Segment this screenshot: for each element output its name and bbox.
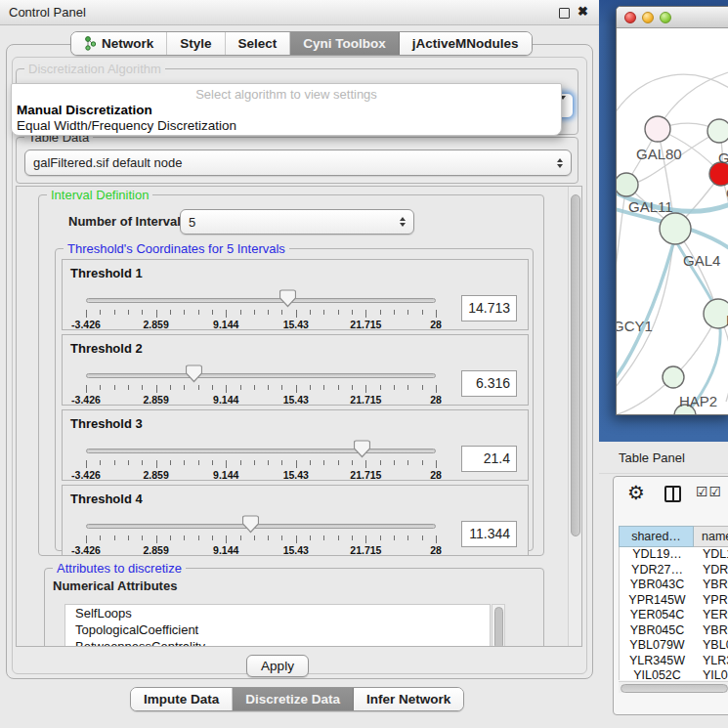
threshold-value-field[interactable]: 14.713 — [461, 295, 517, 321]
column-header-name[interactable]: name — [694, 526, 728, 547]
settings-scrollbar[interactable] — [568, 187, 581, 646]
slider-tick-label: 9.144 — [213, 319, 238, 330]
slider-track[interactable] — [86, 373, 436, 378]
slider-handle[interactable] — [354, 440, 370, 458]
network-canvas[interactable]: GAL80GACGAL11GAL4GCY1HHAP2 — [617, 28, 728, 415]
threshold-value-field[interactable]: 21.4 — [461, 446, 517, 472]
table-row[interactable]: YDR27…YDR2 — [620, 563, 728, 578]
tab-network[interactable]: Network — [71, 32, 167, 55]
network-node[interactable] — [645, 116, 670, 142]
slider-tick-label: 2.859 — [143, 469, 168, 481]
slider-tick — [407, 460, 408, 465]
table-row[interactable]: YBR045CYBR0 — [620, 623, 728, 639]
tab-infer-network[interactable]: Infer Network — [354, 688, 463, 710]
threshold-panel-1: Threshold 1-3.4262.8599.14415.4321.71528… — [62, 259, 529, 330]
network-node[interactable] — [704, 299, 728, 328]
gear-icon[interactable]: ⚙ — [627, 481, 645, 504]
number-of-intervals-combo[interactable]: 5 — [180, 209, 414, 235]
tab-cyni-toolbox[interactable]: Cyni Toolbox — [290, 32, 400, 55]
attribute-item-topologicalcoefficient[interactable]: TopologicalCoefficient — [65, 621, 490, 638]
network-node[interactable] — [707, 119, 728, 143]
network-node-label[interactable]: GAL4 — [683, 252, 720, 269]
scrollbar-thumb[interactable] — [621, 684, 728, 693]
threshold-value-field[interactable]: 11.344 — [461, 521, 517, 547]
threshold-label: Threshold 3 — [70, 416, 143, 431]
interval-definition-group: Interval Definition Number of Intervals … — [38, 194, 544, 556]
slider-tick — [310, 460, 311, 465]
columns-icon[interactable] — [664, 486, 681, 502]
slider-tick-label: 2.859 — [143, 394, 168, 406]
table-row[interactable]: YLR345WYLR3 — [620, 654, 728, 669]
threshold-label: Threshold 1 — [70, 266, 143, 280]
table-horizontal-scrollbar[interactable] — [619, 681, 728, 693]
slider-tick — [226, 535, 227, 543]
close-icon[interactable]: ✖ — [578, 4, 588, 19]
table-row[interactable]: YBL079WYBL0 — [620, 638, 728, 654]
cell-shared-name: YLR345W — [620, 654, 695, 667]
top-tab-bar: NetworkStyleSelectCyni ToolboxjActiveMNo… — [70, 31, 533, 56]
network-node-label[interactable]: GCY1 — [617, 318, 653, 334]
slider-track[interactable] — [86, 524, 436, 529]
table-row[interactable]: YDL19…YDL1 — [620, 547, 728, 563]
scrollbar-thumb[interactable] — [494, 607, 503, 647]
slider-tick — [422, 460, 423, 465]
apply-button[interactable]: Apply — [246, 655, 309, 677]
cell-shared-name: YBR043C — [620, 578, 695, 591]
tab-select[interactable]: Select — [226, 32, 291, 55]
attribute-item-betweennesscentrality[interactable]: BetweennessCentrality — [65, 638, 490, 647]
slider-tick — [323, 310, 324, 315]
slider-tick-label: 15.43 — [283, 394, 309, 406]
slider-track[interactable] — [86, 449, 436, 453]
network-view-window[interactable]: GAL80GACGAL11GAL4GCY1HHAP2 — [616, 6, 728, 415]
minimize-traffic-light-icon[interactable] — [642, 12, 654, 23]
network-icon — [84, 36, 97, 51]
network-node[interactable] — [663, 366, 684, 388]
network-node[interactable] — [660, 213, 691, 244]
threshold-value-field[interactable]: 6.316 — [461, 370, 517, 397]
column-header-shared-name[interactable]: shared… — [619, 526, 694, 547]
slider-tick — [268, 385, 269, 390]
network-edge-thick[interactable] — [617, 243, 673, 382]
tab-style[interactable]: Style — [167, 32, 225, 55]
network-node[interactable] — [617, 173, 638, 196]
network-node-label[interactable]: GAL80 — [636, 146, 682, 162]
network-node-label[interactable]: GA — [718, 150, 728, 166]
table-row[interactable]: YIL052CYIL0 — [620, 668, 728, 680]
table-row[interactable]: YPR145WYPR1 — [620, 593, 728, 609]
scrollbar-thumb[interactable] — [571, 194, 580, 536]
network-edge[interactable] — [617, 185, 626, 290]
slider-tick — [380, 535, 381, 540]
tab-label: Select — [238, 36, 278, 51]
slider-tick — [296, 385, 297, 393]
network-edge[interactable] — [617, 74, 728, 118]
float-window-icon[interactable] — [559, 8, 570, 19]
numerical-attributes-list[interactable]: SelfLoopsTopologicalCoefficientBetweenne… — [64, 604, 491, 647]
zoom-traffic-light-icon[interactable] — [660, 12, 671, 23]
thresholds-group-label: Threshold's Coordinates for 5 Intervals — [64, 241, 289, 256]
slider-track[interactable] — [86, 298, 436, 303]
slider-tick — [338, 535, 339, 540]
tab-impute-data[interactable]: Impute Data — [131, 688, 233, 710]
slider-handle[interactable] — [279, 289, 296, 308]
select-columns-checkboxes-icon[interactable]: ☑☑ — [696, 484, 722, 499]
slider-tick-label: 15.43 — [283, 469, 309, 481]
slider-tick-label: 2.859 — [143, 544, 168, 556]
slider-tick — [240, 535, 241, 540]
algorithm-option-equal-width[interactable]: Equal Width/Frequency Discretization — [17, 118, 236, 133]
table-row[interactable]: YBR043CYBR0 — [620, 578, 728, 593]
algorithm-option-manual[interactable]: Manual Discretization — [17, 103, 152, 117]
table-data-combo[interactable]: galFiltered.sif default node — [24, 150, 572, 176]
network-node-label[interactable]: GAL11 — [628, 198, 673, 215]
tab-discretize-data[interactable]: Discretize Data — [233, 688, 354, 710]
close-traffic-light-icon[interactable] — [624, 12, 636, 23]
slider-tick — [156, 385, 157, 393]
slider-handle[interactable] — [186, 364, 202, 383]
slider-tick — [254, 385, 255, 390]
slider-handle[interactable] — [242, 515, 259, 534]
tab-jactivemnodules[interactable]: jActiveMNodules — [400, 32, 532, 55]
slider-tick-label: 21.715 — [350, 469, 381, 481]
attributes-list-scrollbar[interactable] — [492, 604, 505, 647]
table-row[interactable]: YER054CYER0 — [620, 608, 728, 623]
attribute-item-selfloops[interactable]: SelfLoops — [65, 605, 490, 621]
network-node-label[interactable]: HAP2 — [679, 393, 717, 409]
